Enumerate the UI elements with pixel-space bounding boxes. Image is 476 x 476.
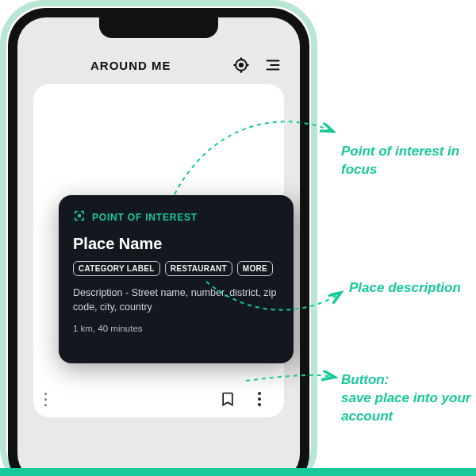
- annotation-place-description: Place description: [349, 279, 461, 298]
- svg-point-1: [240, 63, 243, 67]
- poi-distance-time: 1 km, 40 minutes: [73, 324, 279, 333]
- chip-category[interactable]: CATEGORY LABEL: [73, 261, 160, 276]
- bookmark-button[interactable]: [219, 390, 236, 408]
- poi-section-label: POINT OF INTEREST: [92, 212, 198, 223]
- annotation-save-button: Button: save place into your account: [341, 371, 476, 426]
- chip-more[interactable]: MORE: [237, 261, 273, 276]
- poi-description: Description - Street name, number, distr…: [73, 286, 279, 314]
- phone-frame: AROUND ME: [8, 8, 309, 476]
- phone-screen: AROUND ME: [17, 17, 300, 476]
- focus-icon: [73, 209, 86, 225]
- annotation-poi-focus: Point of interest in focus: [341, 143, 476, 179]
- card-footer: [41, 384, 276, 408]
- chip-row: CATEGORY LABEL RESTAURANT MORE: [73, 261, 279, 276]
- chip-restaurant[interactable]: RESTAURANT: [165, 261, 232, 276]
- poi-card-focused[interactable]: POINT OF INTEREST Place Name CATEGORY LA…: [59, 195, 294, 363]
- poi-section-row: POINT OF INTEREST: [73, 209, 279, 225]
- svg-point-10: [79, 215, 81, 217]
- locate-icon[interactable]: [232, 56, 251, 75]
- menu-icon[interactable]: [263, 56, 282, 75]
- more-options-button[interactable]: [251, 390, 268, 408]
- poi-title: Place Name: [73, 235, 279, 253]
- card-container: P C Dedis 1 k: [33, 84, 284, 417]
- bottom-accent-bar: [0, 468, 476, 476]
- page-title: AROUND ME: [90, 59, 171, 72]
- phone-notch: [99, 17, 218, 38]
- drag-handle-icon[interactable]: [44, 393, 47, 406]
- main-content: P C Dedis 1 k: [17, 84, 300, 417]
